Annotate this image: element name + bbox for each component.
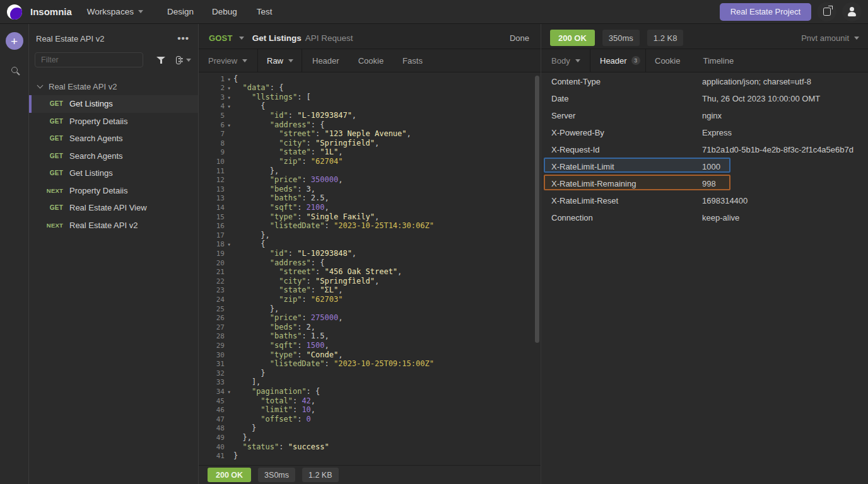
request-item-label: Search Agents <box>69 151 123 161</box>
code-editor[interactable]: 1▾{2▾ "data": {3▾ "llstings": [4▾ {5 "id… <box>199 72 541 465</box>
line-number: 9 <box>199 147 225 157</box>
fold-spacer <box>225 221 233 231</box>
line-number: 45 <box>199 396 225 406</box>
line-number: 1 <box>199 74 225 84</box>
fold-icon[interactable]: ▾ <box>225 239 233 249</box>
insomnia-logo-icon <box>7 4 22 20</box>
header-value: Express <box>702 127 732 137</box>
line-number: 5 <box>199 111 225 120</box>
tab-design[interactable]: Design <box>167 7 194 16</box>
tab-fasts[interactable]: Fasts <box>402 49 423 72</box>
header-name: X-RateLimit-Limit <box>551 161 614 171</box>
tab-body[interactable]: Body <box>541 49 590 72</box>
tab-test[interactable]: Test <box>257 7 273 16</box>
header-name: Server <box>551 110 575 120</box>
request-panel: GOST Get Listings API Request Done Previ… <box>199 24 541 484</box>
request-item[interactable]: GETGet Listings <box>29 164 198 182</box>
code-line-12: 13 "beds": 3, <box>199 185 541 194</box>
code-line-34: 34▾ "pagination": { <box>199 387 541 396</box>
line-number: 17 <box>199 231 225 240</box>
response-time-badge: 350ms <box>602 30 640 46</box>
line-number: 20 <box>199 258 225 268</box>
environment-selector[interactable]: Pnvt amounit <box>801 33 859 43</box>
tab-cookie[interactable]: Cookie <box>358 49 384 72</box>
tab-debug[interactable]: Debug <box>212 7 237 16</box>
filter-input[interactable] <box>35 52 143 67</box>
tab-raw[interactable]: Raw <box>258 49 302 72</box>
fold-spacer <box>225 433 233 442</box>
request-item[interactable]: GETSearch Agents <box>29 147 198 165</box>
project-button[interactable]: Real Estate Project <box>720 3 811 21</box>
method-label[interactable]: GOST <box>209 33 233 43</box>
header-value: 71b2a1d0-5b1b-4e2b-8f3c-2f1c4a5e6b7d <box>702 144 853 154</box>
request-item[interactable]: NEXTReal Estate API v2 <box>29 217 198 234</box>
fold-icon[interactable]: ▾ <box>225 120 233 130</box>
chevron-down-icon <box>288 59 293 62</box>
sidebar: Real Estate API v2 ••• Real Estate API v… <box>29 24 199 484</box>
user-icon <box>848 8 856 16</box>
line-number: 31 <box>199 359 225 369</box>
fold-icon[interactable]: ▾ <box>225 101 233 111</box>
header-row: Connectionkeep-alive <box>541 209 868 226</box>
method-badge: GET <box>29 100 63 107</box>
header-row: Servernginx <box>541 107 868 124</box>
workspace-title: Real Estate API v2 <box>36 34 104 43</box>
request-item[interactable]: GETSearch Agents <box>29 130 198 147</box>
environment-icon[interactable] <box>176 56 181 64</box>
share-button[interactable] <box>817 2 836 21</box>
tab-preview[interactable]: Preview <box>199 49 258 72</box>
fold-spacer <box>225 396 233 406</box>
add-button[interactable]: + <box>6 32 23 50</box>
fold-spacer <box>225 442 233 452</box>
line-number: 13 <box>199 193 225 203</box>
code-line-35: 45 "total": 42, <box>199 396 541 406</box>
fold-icon[interactable]: ▾ <box>225 74 233 84</box>
scrollbar-thumb[interactable] <box>535 76 539 343</box>
code-line-39: 49 }, <box>199 433 541 442</box>
done-button[interactable]: Done <box>510 33 529 43</box>
request-item[interactable]: GETReal Estate API View <box>29 199 198 217</box>
code-line-30: 30 "type": "Conde", <box>199 350 541 360</box>
header-row: DateThu, 26 Oct 2023 10:00:00 OMT <box>541 89 868 107</box>
chevron-down-icon[interactable] <box>186 59 191 62</box>
fold-icon[interactable]: ▾ <box>225 387 233 396</box>
code-line-31: 31 "listedDate": "2023-10-25T09:15:00Z" <box>199 359 541 369</box>
line-number: 27 <box>199 323 225 332</box>
method-badge: GET <box>29 170 63 176</box>
request-item[interactable]: GETGet Listings <box>29 95 198 113</box>
collection-folder-label: Real Estate API v2 <box>49 82 117 91</box>
method-dropdown-icon[interactable] <box>239 37 244 40</box>
tab-header[interactable]: Header <box>312 49 339 72</box>
code-line-32: 32 } <box>199 369 541 378</box>
collection-folder[interactable]: Real Estate API v2 <box>29 78 198 95</box>
request-item[interactable]: NEXTProperty Detaiis <box>29 182 198 200</box>
fold-spacer <box>225 304 233 314</box>
method-badge: GET <box>29 135 63 142</box>
line-number: 47 <box>199 415 225 424</box>
tab-timeline[interactable]: Timeline <box>703 49 734 72</box>
header-name: X-RateLimit-Reset <box>551 195 618 205</box>
tab-response-header[interactable]: Header3 <box>590 49 646 72</box>
chevron-down-icon <box>242 59 247 62</box>
chevron-down-icon <box>575 59 580 62</box>
fold-spacer <box>225 111 233 120</box>
line-number: 16 <box>199 221 225 231</box>
header-name: X-Powered-By <box>551 127 604 137</box>
code-line-14: 14 "sqft": 2100, <box>199 203 541 212</box>
fold-icon[interactable]: ▾ <box>225 83 233 93</box>
code-line-23: 23 "state": "ΣL", <box>199 285 541 295</box>
line-number: 15 <box>199 212 225 222</box>
request-subtitle: API Request <box>305 33 353 43</box>
account-button[interactable] <box>842 2 862 21</box>
code-line-36: 46 "limit": 10, <box>199 405 541 415</box>
method-badge: NEXT <box>29 222 63 229</box>
fold-spacer <box>225 377 233 387</box>
request-item[interactable]: GETProperty Detaiis <box>29 113 198 130</box>
time-badge: 3S0ms <box>258 468 295 482</box>
search-icon[interactable] <box>11 67 18 73</box>
code-line-15: 15 "type": "Single Faĸily", <box>199 212 541 222</box>
filter-icon[interactable] <box>156 55 161 64</box>
workspaces-menu[interactable]: Workspaces <box>87 7 143 16</box>
tab-response-cookie[interactable]: Cookie <box>655 49 680 72</box>
fold-icon[interactable]: ▾ <box>225 93 233 102</box>
